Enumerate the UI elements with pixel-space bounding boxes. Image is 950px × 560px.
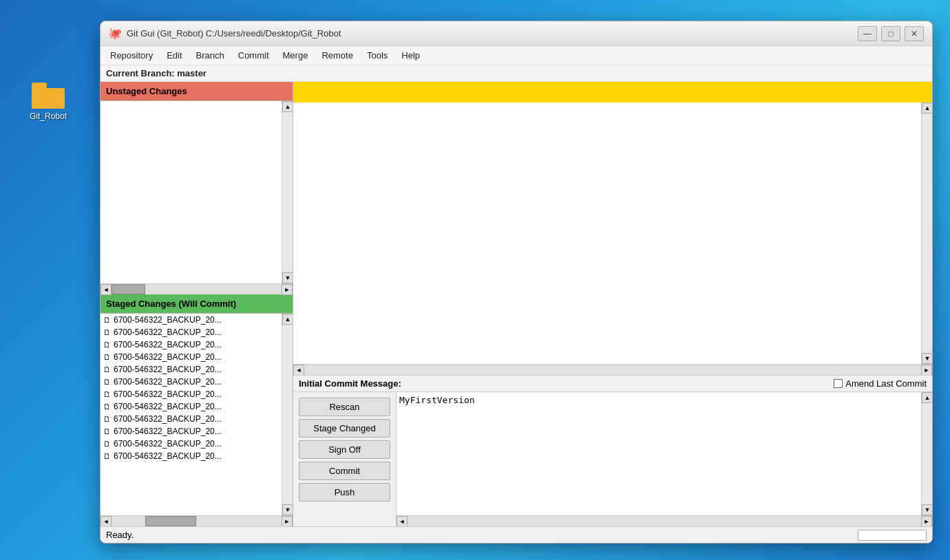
unstaged-vscroll[interactable]: ▲ ▼ bbox=[282, 101, 293, 283]
file-icon: 🗋 bbox=[103, 452, 111, 460]
list-item[interactable]: 🗋6700-546322_BACKUP_20... bbox=[101, 363, 282, 376]
file-icon: 🗋 bbox=[103, 378, 111, 386]
list-item[interactable]: 🗋6700-546322_BACKUP_20... bbox=[101, 450, 282, 462]
diff-hscroll[interactable]: ◄ ► bbox=[293, 364, 932, 375]
sign-off-button[interactable]: Sign Off bbox=[299, 440, 390, 459]
unstaged-scroll-left[interactable]: ◄ bbox=[101, 284, 112, 295]
unstaged-scroll-track bbox=[282, 112, 293, 272]
file-icon: 🗋 bbox=[103, 328, 111, 336]
staged-scroll-down[interactable]: ▼ bbox=[282, 504, 293, 515]
list-item[interactable]: 🗋6700-546322_BACKUP_20... bbox=[101, 400, 282, 413]
commit-scroll-left[interactable]: ◄ bbox=[397, 516, 408, 527]
minimize-button[interactable]: — bbox=[858, 26, 877, 41]
file-icon: 🗋 bbox=[103, 440, 111, 448]
statusbar-right-area bbox=[858, 530, 927, 541]
list-item[interactable]: 🗋6700-546322_BACKUP_20... bbox=[101, 351, 282, 363]
app-icon: 🐙 bbox=[109, 28, 121, 40]
diff-scroll-down[interactable]: ▼ bbox=[922, 353, 932, 364]
action-buttons: Rescan Stage Changed Sign Off Commit Pus… bbox=[293, 392, 397, 526]
file-icon: 🗋 bbox=[103, 365, 111, 374]
commit-scroll-down[interactable]: ▼ bbox=[922, 504, 932, 515]
amend-label: Amend Last Commit bbox=[845, 378, 927, 389]
file-icon: 🗋 bbox=[103, 353, 111, 361]
commit-hscroll-track bbox=[408, 516, 921, 526]
stage-changed-button[interactable]: Stage Changed bbox=[299, 419, 390, 438]
commit-hscroll[interactable]: ◄ ► bbox=[397, 515, 932, 526]
unstaged-hscroll-track bbox=[112, 284, 282, 294]
staged-header: Staged Changes (Will Commit) bbox=[101, 294, 293, 314]
menubar: Repository Edit Branch Commit Merge Remo… bbox=[101, 46, 932, 65]
commit-message-area: MyFirstVersion ▲ ▼ ◄ ► bbox=[397, 392, 932, 526]
list-item[interactable]: 🗋6700-546322_BACKUP_20... bbox=[101, 438, 282, 450]
unstaged-scroll-down[interactable]: ▼ bbox=[282, 272, 293, 283]
main-content: Unstaged Changes ▲ ▼ ◄ ► Staged Cha bbox=[101, 82, 932, 526]
diff-scroll-left[interactable]: ◄ bbox=[293, 365, 304, 376]
file-icon: 🗋 bbox=[103, 341, 111, 349]
list-item[interactable]: 🗋6700-546322_BACKUP_20... bbox=[101, 338, 282, 351]
folder-icon bbox=[32, 83, 65, 109]
staged-scroll-left[interactable]: ◄ bbox=[101, 516, 112, 527]
rescan-button[interactable]: Rescan bbox=[299, 398, 390, 416]
commit-button[interactable]: Commit bbox=[299, 462, 390, 480]
amend-checkbox[interactable] bbox=[834, 379, 843, 388]
statusbar: Ready. bbox=[101, 526, 932, 543]
menu-merge[interactable]: Merge bbox=[276, 47, 315, 63]
unstaged-scroll-right[interactable]: ► bbox=[282, 284, 293, 295]
list-item[interactable]: 🗋6700-546322_BACKUP_20... bbox=[101, 376, 282, 388]
commit-vscroll[interactable]: ▲ ▼ bbox=[921, 392, 932, 515]
file-icon: 🗋 bbox=[103, 427, 111, 435]
file-icon: 🗋 bbox=[103, 402, 111, 411]
diff-scroll-right[interactable]: ► bbox=[921, 365, 932, 376]
left-panel: Unstaged Changes ▲ ▼ ◄ ► Staged Cha bbox=[101, 82, 293, 526]
list-item[interactable]: 🗋6700-546322_BACKUP_20... bbox=[101, 425, 282, 438]
titlebar: 🐙 Git Gui (Git_Robot) C:/Users/reedi/Des… bbox=[101, 21, 932, 46]
menu-edit[interactable]: Edit bbox=[160, 47, 189, 63]
list-item[interactable]: 🗋6700-546322_BACKUP_20... bbox=[101, 413, 282, 425]
unstaged-hscroll[interactable]: ◄ ► bbox=[101, 283, 293, 294]
diff-yellow-bar bbox=[293, 82, 932, 103]
commit-message-input[interactable]: MyFirstVersion bbox=[397, 392, 921, 515]
diff-vscroll[interactable]: ▲ ▼ bbox=[921, 103, 932, 364]
staged-hscroll-track bbox=[112, 516, 282, 526]
diff-scroll-up[interactable]: ▲ bbox=[922, 103, 932, 114]
menu-branch[interactable]: Branch bbox=[189, 47, 231, 63]
window-title: Git Gui (Git_Robot) C:/Users/reedi/Deskt… bbox=[127, 28, 858, 39]
menu-commit[interactable]: Commit bbox=[231, 47, 276, 63]
list-item[interactable]: 🗋6700-546322_BACKUP_20... bbox=[101, 326, 282, 338]
staged-files-list[interactable]: 🗋6700-546322_BACKUP_20...🗋6700-546322_BA… bbox=[101, 314, 282, 515]
commit-scroll-track bbox=[922, 403, 932, 504]
file-icon: 🗋 bbox=[103, 316, 111, 324]
file-icon: 🗋 bbox=[103, 415, 111, 423]
menu-tools[interactable]: Tools bbox=[360, 47, 394, 63]
unstaged-header: Unstaged Changes bbox=[101, 82, 293, 101]
titlebar-buttons: — □ ✕ bbox=[858, 26, 924, 41]
menu-repository[interactable]: Repository bbox=[103, 47, 160, 63]
maximize-button[interactable]: □ bbox=[881, 26, 900, 41]
staged-vscroll[interactable]: ▲ ▼ bbox=[282, 314, 293, 515]
push-button[interactable]: Push bbox=[299, 483, 390, 502]
unstaged-scroll-up[interactable]: ▲ bbox=[282, 101, 293, 112]
staged-scroll-up[interactable]: ▲ bbox=[282, 314, 293, 325]
current-branch-label: Current Branch: master bbox=[106, 68, 207, 78]
commit-area: Initial Commit Message: Amend Last Commi… bbox=[293, 375, 932, 526]
menu-remote[interactable]: Remote bbox=[315, 47, 360, 63]
list-item[interactable]: 🗋6700-546322_BACKUP_20... bbox=[101, 314, 282, 326]
commit-scroll-up[interactable]: ▲ bbox=[922, 392, 932, 403]
folder-label: Git_Robot bbox=[30, 111, 67, 121]
diff-content[interactable] bbox=[293, 103, 921, 364]
commit-scroll-right[interactable]: ► bbox=[921, 516, 932, 527]
staged-scroll-right[interactable]: ► bbox=[282, 516, 293, 527]
staged-scroll-track bbox=[282, 325, 293, 504]
staged-hscroll[interactable]: ◄ ► bbox=[101, 515, 293, 526]
close-button[interactable]: ✕ bbox=[905, 26, 924, 41]
unstaged-files-list[interactable] bbox=[101, 101, 282, 283]
branchbar: Current Branch: master bbox=[101, 65, 932, 82]
desktop-folder[interactable]: Git_Robot bbox=[21, 83, 76, 121]
file-icon: 🗋 bbox=[103, 390, 111, 398]
menu-help[interactable]: Help bbox=[394, 47, 427, 63]
main-window: 🐙 Git Gui (Git_Robot) C:/Users/reedi/Des… bbox=[100, 21, 933, 543]
diff-scroll-track bbox=[922, 114, 932, 353]
list-item[interactable]: 🗋6700-546322_BACKUP_20... bbox=[101, 388, 282, 400]
right-panel: ▲ ▼ ◄ ► Initial Commit Message: bbox=[293, 82, 932, 526]
status-text: Ready. bbox=[106, 530, 134, 540]
